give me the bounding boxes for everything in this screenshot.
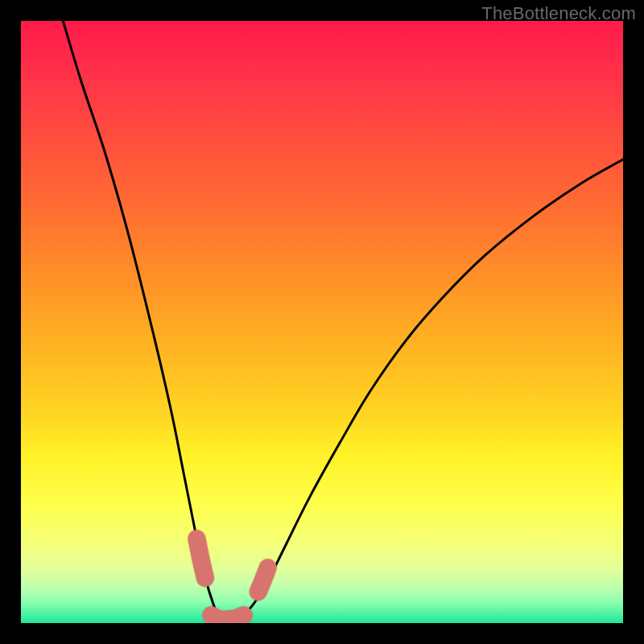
gradient-background — [21, 21, 623, 623]
plot-area — [21, 21, 623, 623]
marker-segment-0 — [196, 539, 204, 578]
plot-inner — [21, 21, 623, 623]
marker-segment-2 — [258, 568, 268, 592]
chart-svg — [21, 21, 623, 623]
chart-frame: TheBottleneck.com — [0, 0, 644, 644]
watermark-text: TheBottleneck.com — [481, 3, 636, 24]
marker-segment-1 — [211, 615, 243, 619]
